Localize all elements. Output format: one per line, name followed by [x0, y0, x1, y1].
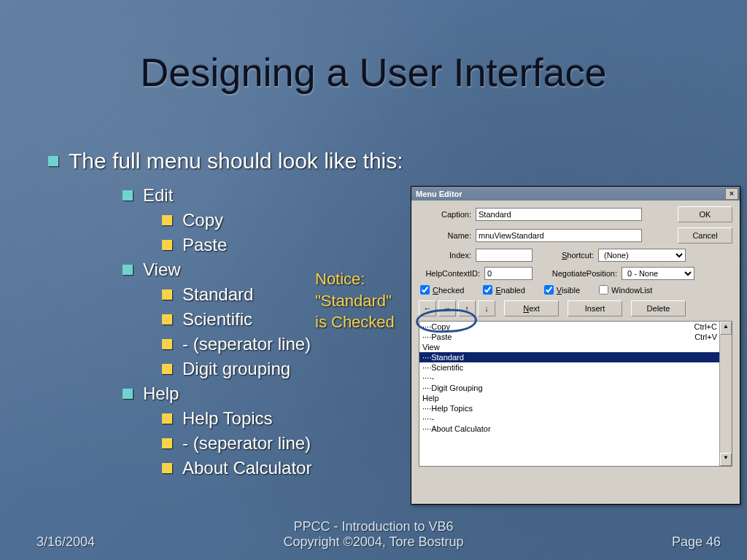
checked-checkbox[interactable]: CCheckedhecked: [420, 285, 464, 295]
bullet-text: View: [143, 260, 181, 280]
notice-line: "Standard": [315, 290, 395, 312]
next-button[interactable]: Next: [504, 300, 559, 316]
caption-input[interactable]: [476, 208, 642, 221]
bullet-text: Paste: [182, 235, 227, 255]
checked-box[interactable]: [420, 285, 430, 295]
arrow-buttons: ← → ↑ ↓: [419, 300, 495, 316]
list-item[interactable]: ····Digit Grouping: [419, 383, 720, 393]
bullet-digit: Digit grouping: [162, 359, 403, 379]
list-item[interactable]: ····About Calculator: [419, 424, 720, 434]
close-icon[interactable]: ×: [725, 188, 738, 200]
bullet-text: Copy: [182, 210, 223, 230]
visible-box[interactable]: [544, 285, 554, 295]
bullet-icon: [162, 463, 172, 473]
bullet-icon: [123, 389, 133, 399]
bullet-icon: [162, 413, 172, 424]
bullet-icon: [162, 215, 172, 225]
notice-line: Notice:: [315, 268, 395, 290]
name-input[interactable]: [476, 229, 642, 242]
delete-button[interactable]: Delete: [631, 300, 686, 316]
visible-checkbox[interactable]: Visible: [544, 285, 580, 295]
menu-editor-window: Menu Editor × Caption: OK Name: Cancel I…: [411, 186, 740, 505]
bullet-paste: Paste: [162, 235, 403, 255]
shortcut-select[interactable]: (None): [598, 249, 686, 262]
bullet-text: Help: [143, 384, 179, 404]
bullet-icon: [162, 240, 172, 250]
list-item[interactable]: ····-: [419, 413, 720, 424]
slide-footer: 3/16/2004 PPCC - Introduction to VB6 Cop…: [0, 519, 747, 550]
list-item[interactable]: ····CopyCtrl+C: [419, 322, 720, 332]
bullet-text: About Calculator: [182, 458, 311, 478]
notice-annotation: Notice: "Standard" is Checked: [315, 268, 395, 333]
list-item[interactable]: ····Scientific: [419, 362, 720, 373]
helpctx-input[interactable]: [484, 267, 533, 280]
bullet-icon: [162, 289, 172, 300]
window-titlebar[interactable]: Menu Editor ×: [411, 187, 740, 201]
negpos-select[interactable]: 0 - None: [622, 267, 694, 280]
bullet-copy: Copy: [162, 210, 403, 230]
windowlist-box[interactable]: [599, 285, 608, 295]
bullet-text: Scientific: [182, 309, 252, 330]
scroll-down-icon[interactable]: ▼: [720, 453, 732, 466]
insert-button[interactable]: Insert: [568, 300, 622, 316]
bullet-about: About Calculator: [162, 458, 403, 478]
footer-page: Page 46: [672, 534, 721, 550]
list-item[interactable]: ····-: [419, 373, 720, 383]
bullet-text: Digit grouping: [182, 359, 290, 379]
bullet-sep2: - (seperator line): [162, 433, 403, 454]
arrow-right-button[interactable]: →: [438, 300, 456, 316]
bullet-icon: [162, 438, 172, 448]
bullet-sep1: - (seperator line): [162, 334, 403, 354]
arrow-down-button[interactable]: ↓: [478, 300, 495, 316]
bullet-help: Help: [123, 384, 403, 404]
helpctx-label: HelpContextID:: [419, 269, 480, 278]
shortcut-label: Shortcut:: [537, 251, 594, 260]
list-item[interactable]: ····PasteCtrl+V: [419, 332, 720, 342]
bullet-icon: [123, 265, 133, 275]
list-item[interactable]: Help: [419, 393, 720, 403]
negpos-label: NegotiatePosition:: [537, 269, 617, 278]
footer-line1: PPCC - Introduction to VB6: [0, 519, 747, 534]
bullet-icon: [48, 156, 58, 166]
list-item[interactable]: View: [419, 342, 720, 352]
bullet-edit: Edit: [123, 185, 403, 206]
bullet-text: - (seperator line): [182, 334, 311, 354]
bullet-text: - (seperator line): [182, 433, 311, 454]
bullet-text: Standard: [182, 284, 253, 305]
enabled-checkbox[interactable]: Enabled: [483, 285, 525, 295]
footer-date: 3/16/2004: [36, 534, 95, 550]
cancel-button[interactable]: Cancel: [678, 228, 732, 244]
ok-button[interactable]: OK: [678, 206, 732, 222]
caption-label: Caption:: [419, 210, 471, 219]
menu-list[interactable]: ····CopyCtrl+C····PasteCtrl+VView····Sta…: [419, 321, 732, 467]
bullet-helptopics: Help Topics: [162, 408, 403, 429]
bullet-icon: [162, 364, 172, 374]
footer-line2: Copyright ©2004, Tore Bostrup: [0, 534, 747, 550]
bullet-text: The full menu should look like this:: [69, 149, 403, 174]
list-item[interactable]: ····Standard: [419, 352, 720, 362]
notice-line: is Checked: [315, 311, 395, 333]
name-label: Name:: [419, 231, 471, 240]
index-label: Index:: [419, 251, 471, 260]
list-item[interactable]: ····Help Topics: [419, 403, 720, 413]
window-title: Menu Editor: [416, 190, 462, 198]
bullet-icon: [162, 314, 172, 324]
bullet-icon: [162, 339, 172, 349]
bullet-icon: [123, 190, 133, 201]
slide-title: Designing a User Interface: [0, 50, 747, 95]
bullet-text: Help Topics: [182, 408, 273, 429]
enabled-box[interactable]: [483, 285, 492, 295]
bullet-intro: The full menu should look like this:: [48, 149, 403, 174]
arrow-left-button[interactable]: ←: [419, 300, 436, 316]
bullet-text: Edit: [143, 185, 173, 206]
scroll-up-icon[interactable]: ▲: [720, 322, 732, 335]
windowlist-checkbox[interactable]: WindowList: [599, 285, 652, 295]
index-input[interactable]: [476, 249, 533, 262]
arrow-up-button[interactable]: ↑: [458, 300, 476, 316]
scrollbar[interactable]: ▲ ▼: [719, 322, 732, 466]
